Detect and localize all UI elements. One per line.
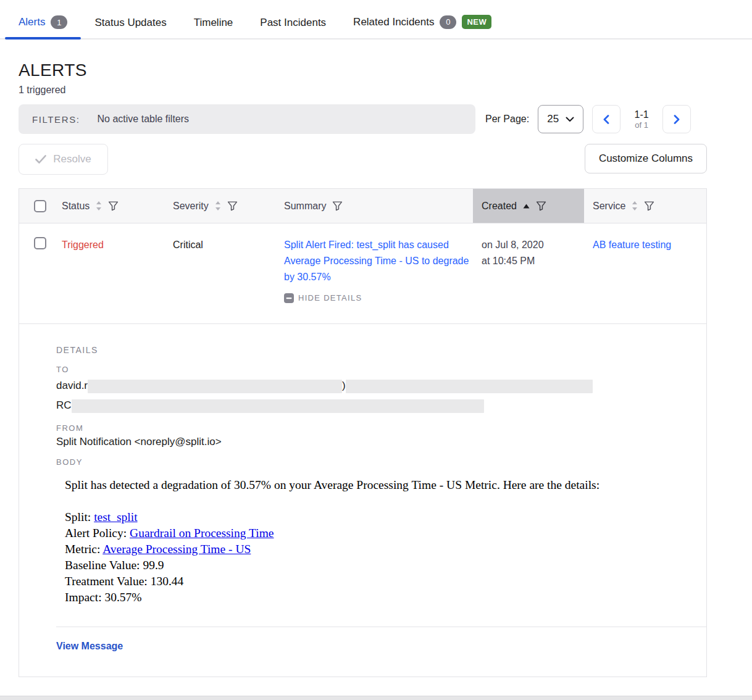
column-service-label: Service bbox=[593, 201, 625, 212]
related-incidents-count-badge: 0 bbox=[440, 15, 456, 29]
sort-icon[interactable] bbox=[632, 201, 638, 211]
tab-past-incidents[interactable]: Past Incidents bbox=[246, 17, 340, 38]
sort-icon[interactable] bbox=[96, 201, 102, 211]
tab-status-updates[interactable]: Status Updates bbox=[81, 17, 180, 38]
per-page-select[interactable]: 25 bbox=[538, 105, 583, 133]
resolve-button[interactable]: Resolve bbox=[19, 144, 108, 175]
alert-summary-link[interactable]: Split Alert Fired: test_split has caused… bbox=[284, 237, 473, 285]
baseline-value: 99.9 bbox=[143, 559, 164, 572]
tab-timeline[interactable]: Timeline bbox=[180, 17, 247, 38]
chevron-down-icon bbox=[566, 117, 574, 122]
status-badge: Triggered bbox=[53, 237, 164, 306]
sort-icon[interactable] bbox=[215, 201, 221, 211]
hide-details-button[interactable]: HIDE DETAILS bbox=[284, 290, 473, 306]
treatment-value: 130.44 bbox=[151, 575, 184, 588]
page-count: 1-1 of 1 bbox=[629, 109, 654, 130]
created-cell: on Jul 8, 2020 at 10:45 PM bbox=[473, 237, 584, 306]
email-field-baseline: Baseline Value: 99.9 bbox=[65, 557, 706, 573]
column-header-service[interactable]: Service bbox=[584, 189, 706, 223]
triggered-count: 1 triggered bbox=[19, 85, 707, 96]
email-field-split: Split: test_split bbox=[65, 509, 706, 525]
collapse-minus-icon bbox=[284, 293, 294, 303]
column-summary-label: Summary bbox=[284, 201, 326, 212]
filter-icon[interactable] bbox=[332, 201, 343, 211]
resolve-button-label: Resolve bbox=[53, 153, 91, 165]
per-page-label: Per Page: bbox=[485, 114, 529, 125]
bottom-edge-strip bbox=[0, 696, 752, 700]
email-field-impact: Impact: 30.57% bbox=[65, 590, 706, 606]
column-header-severity[interactable]: Severity bbox=[164, 189, 275, 223]
page-title: ALERTS bbox=[19, 60, 707, 80]
email-fields: Split: test_split Alert Policy: Guardrai… bbox=[65, 509, 706, 606]
to-label: TO bbox=[56, 365, 706, 374]
new-badge: NEW bbox=[462, 15, 491, 29]
alerts-count-badge: 1 bbox=[51, 15, 67, 29]
email-body: Split has detected a degradation of 30.5… bbox=[56, 477, 706, 606]
filter-icon[interactable] bbox=[536, 201, 546, 211]
toolbar-filters-row: FILTERS: No active table filters Per Pag… bbox=[19, 104, 707, 134]
per-page-value: 25 bbox=[547, 113, 559, 125]
view-message-link[interactable]: View Message bbox=[56, 641, 123, 652]
customize-columns-label: Customize Columns bbox=[599, 152, 693, 165]
from-value: Split Notification <noreply@split.io> bbox=[56, 436, 706, 448]
field-label: Baseline Value: bbox=[65, 559, 143, 572]
tab-past-incidents-label: Past Incidents bbox=[260, 17, 326, 29]
to-recipient-prefix: david.r bbox=[56, 380, 88, 391]
column-created-label: Created bbox=[482, 201, 517, 212]
filter-icon[interactable] bbox=[108, 201, 119, 211]
to-recipients-line-2: RC bbox=[56, 397, 706, 414]
redacted-block bbox=[72, 399, 484, 413]
email-field-alert-policy: Alert Policy: Guardrail on Processing Ti… bbox=[65, 525, 706, 541]
redacted-block bbox=[88, 380, 342, 393]
select-all-checkbox[interactable] bbox=[34, 200, 46, 212]
tab-alerts[interactable]: Alerts 1 bbox=[5, 15, 81, 38]
alert-details-panel: DETAILS TO david.r) RC FROM Split Notifi… bbox=[19, 323, 706, 677]
tab-status-updates-label: Status Updates bbox=[94, 17, 166, 29]
alert-policy-link[interactable]: Guardrail on Processing Time bbox=[130, 527, 274, 540]
filters-status-text: No active table filters bbox=[98, 114, 190, 125]
customize-columns-button[interactable]: Customize Columns bbox=[585, 144, 707, 173]
email-intro: Split has detected a degradation of 30.5… bbox=[65, 477, 706, 493]
column-severity-label: Severity bbox=[173, 201, 209, 212]
metric-link[interactable]: Average Processing Time - US bbox=[102, 543, 251, 556]
tab-bar: Alerts 1 Status Updates Timeline Past In… bbox=[0, 0, 752, 40]
tab-related-incidents[interactable]: Related Incidents 0 NEW bbox=[340, 15, 505, 38]
split-link[interactable]: test_split bbox=[94, 510, 137, 523]
filter-icon[interactable] bbox=[227, 201, 238, 211]
chevron-left-icon bbox=[603, 115, 609, 124]
field-label: Impact: bbox=[65, 591, 104, 604]
tab-timeline-label: Timeline bbox=[194, 17, 233, 29]
field-label: Alert Policy: bbox=[65, 527, 130, 540]
service-link[interactable]: AB feature testing bbox=[593, 240, 671, 250]
row-checkbox-cell bbox=[19, 237, 53, 306]
chevron-right-icon bbox=[674, 115, 680, 124]
hide-details-label: HIDE DETAILS bbox=[298, 290, 362, 306]
column-header-summary[interactable]: Summary bbox=[275, 189, 473, 223]
row-checkbox[interactable] bbox=[34, 237, 46, 249]
field-label: Split: bbox=[65, 510, 94, 523]
body-label: BODY bbox=[56, 457, 706, 467]
field-label: Metric: bbox=[65, 543, 102, 556]
to-recipients-line-1: david.r) bbox=[56, 377, 706, 394]
filter-icon[interactable] bbox=[644, 201, 654, 211]
column-header-status[interactable]: Status bbox=[53, 189, 164, 223]
pagination-controls: Per Page: 25 1-1 of 1 bbox=[485, 105, 691, 133]
details-divider bbox=[56, 627, 706, 627]
tab-related-incidents-label: Related Incidents bbox=[353, 16, 434, 28]
column-header-created[interactable]: Created bbox=[473, 189, 584, 223]
field-label: Treatment Value: bbox=[65, 575, 151, 588]
table-row: Triggered Critical Split Alert Fired: te… bbox=[19, 223, 706, 323]
from-label: FROM bbox=[56, 423, 706, 433]
sort-asc-icon[interactable] bbox=[523, 204, 530, 209]
filters-label: FILTERS: bbox=[32, 114, 80, 125]
alerts-table: Status Severity Summary bbox=[19, 188, 707, 677]
toolbar-actions-row: Resolve Customize Columns bbox=[19, 144, 707, 175]
created-time: at 10:45 PM bbox=[482, 253, 584, 269]
prev-page-button[interactable] bbox=[592, 105, 620, 133]
page-total: of 1 bbox=[629, 120, 654, 130]
filters-bar[interactable]: FILTERS: No active table filters bbox=[19, 104, 475, 134]
next-page-button[interactable] bbox=[662, 105, 691, 133]
created-date: on Jul 8, 2020 bbox=[482, 237, 584, 253]
summary-cell: Split Alert Fired: test_split has caused… bbox=[275, 237, 473, 306]
details-section-label: DETAILS bbox=[56, 345, 706, 355]
